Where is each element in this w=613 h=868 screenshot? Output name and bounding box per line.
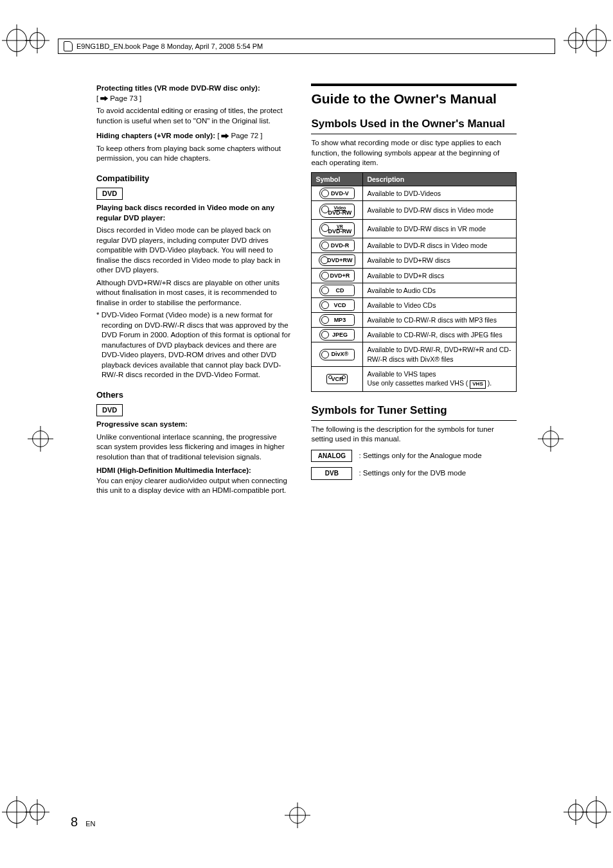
table-row: DVD+RWAvailable to DVD+RW discs bbox=[312, 253, 517, 268]
symbol-cell: DVD+RW bbox=[312, 253, 363, 268]
compat-p1: Discs recorded in Video mode can be play… bbox=[96, 226, 292, 276]
disc-symbol-icon: DVD-V bbox=[319, 188, 355, 199]
description-cell: Available to DVD+RW discs bbox=[363, 253, 517, 268]
symbol-cell: VRDVD-RW bbox=[312, 220, 363, 238]
symbol-cell: MP3 bbox=[312, 313, 363, 328]
symbols-intro: To show what recording mode or disc type… bbox=[311, 138, 517, 168]
tuner-badge: ANALOG bbox=[311, 450, 352, 463]
page-ref: [ Page 72] bbox=[217, 131, 262, 141]
description-cell: Available to DVD-R discs in Video mode bbox=[363, 238, 517, 253]
protect-ref-text: Page 73 bbox=[110, 94, 138, 104]
crop-mark-icon bbox=[568, 29, 607, 67]
page-body: Protecting titles (VR mode DVD-RW disc o… bbox=[96, 84, 517, 817]
disc-symbol-icon: VideoDVD-RW bbox=[319, 204, 355, 218]
disc-symbol-icon: VRDVD-RW bbox=[319, 222, 355, 236]
crop-mark-icon bbox=[568, 801, 607, 839]
tuner-intro: The following is the description for the… bbox=[311, 425, 517, 445]
tuner-badge: DVB bbox=[311, 467, 352, 480]
symbol-cell: JPEG bbox=[312, 328, 363, 342]
crop-mark-icon bbox=[32, 430, 71, 469]
document-header: E9NG1BD_EN.book Page 8 Monday, April 7, … bbox=[58, 39, 555, 54]
protect-body: To avoid accidental editing or erasing o… bbox=[96, 106, 292, 126]
tuner-heading: Symbols for Tuner Setting bbox=[311, 403, 517, 421]
description-cell: Available to CD-RW/-R, discs with JPEG f… bbox=[363, 328, 517, 342]
description-cell: Available to DVD-RW/-R, DVD+RW/+R and CD… bbox=[363, 342, 517, 366]
table-row: VideoDVD-RWAvailable to DVD-RW discs in … bbox=[312, 201, 517, 220]
th-description: Description bbox=[363, 172, 517, 186]
right-column: Guide to the Owner's Manual Symbols Used… bbox=[311, 84, 517, 817]
compat-subtitle: Playing back discs recorded in Video mod… bbox=[96, 203, 292, 223]
tuner-text: : Settings only for the DVB mode bbox=[359, 468, 466, 479]
symbol-cell: DVD+R bbox=[312, 268, 363, 283]
symbol-cell: VideoDVD-RW bbox=[312, 201, 363, 220]
header-text: E9NG1BD_EN.book Page 8 Monday, April 7, … bbox=[76, 42, 263, 50]
prog-title: Progressive scan system: bbox=[96, 420, 292, 430]
compat-note: * DVD-Video Format (Video mode) is a new… bbox=[96, 310, 292, 380]
description-cell: Available to Video CDs bbox=[363, 297, 517, 312]
page-number: 8 bbox=[71, 815, 78, 829]
table-row: MP3Available to CD-RW/-R discs with MP3 … bbox=[312, 313, 517, 328]
disc-symbol-icon: JPEG bbox=[319, 329, 355, 341]
table-row: VCDAvailable to Video CDs bbox=[312, 297, 517, 312]
description-cell: Available to DVD-RW discs in VR mode bbox=[363, 220, 517, 238]
disc-symbol-icon: CD bbox=[319, 285, 355, 296]
symbol-cell: DivX® bbox=[312, 342, 363, 366]
description-cell: Available to DVD+R discs bbox=[363, 268, 517, 283]
hiding-ref-text: Page 72 bbox=[231, 131, 258, 141]
protect-title: Protecting titles (VR mode DVD-RW disc o… bbox=[96, 84, 292, 103]
symbol-cell: DVD-V bbox=[312, 186, 363, 201]
hiding-body: To keep others from playing back some ch… bbox=[96, 144, 292, 164]
disc-symbol-icon: DivX® bbox=[319, 349, 355, 360]
table-row: DVD-VAvailable to DVD-Videos bbox=[312, 186, 517, 201]
page-footer: 8 EN bbox=[71, 815, 95, 829]
hdmi-body-text: You can enjoy clearer audio/video output… bbox=[96, 477, 287, 495]
page-lang: EN bbox=[85, 820, 95, 828]
table-row: DVD+RAvailable to DVD+R discs bbox=[312, 268, 517, 283]
hdmi-block: HDMI (High-Definition Multimedia Interfa… bbox=[96, 466, 292, 496]
symbols-table: Symbol Description DVD-VAvailable to DVD… bbox=[311, 172, 517, 392]
table-row: DivX®Available to DVD-RW/-R, DVD+RW/+R a… bbox=[312, 342, 517, 366]
arrow-icon bbox=[221, 134, 229, 139]
compatibility-heading: Compatibility bbox=[96, 173, 292, 184]
description-cell: Available to VHS tapesUse only cassettes… bbox=[363, 366, 517, 391]
dvd-badge: DVD bbox=[96, 404, 123, 416]
crop-mark-icon bbox=[6, 801, 45, 839]
tuner-row: ANALOG: Settings only for the Analogue m… bbox=[311, 450, 517, 463]
th-symbol: Symbol bbox=[312, 172, 363, 186]
symbol-cell: CD bbox=[312, 283, 363, 297]
protect-title-label: Protecting titles (VR mode DVD-RW disc o… bbox=[96, 84, 260, 92]
table-row: DVD-RAvailable to DVD-R discs in Video m… bbox=[312, 238, 517, 253]
disc-symbol-icon: MP3 bbox=[319, 314, 355, 326]
table-row: VRDVD-RWAvailable to DVD-RW discs in VR … bbox=[312, 220, 517, 238]
crop-mark-icon bbox=[542, 430, 581, 469]
prog-body: Unlike conventional interlace scanning, … bbox=[96, 432, 292, 463]
tuner-row: DVB: Settings only for the DVB mode bbox=[311, 467, 517, 480]
arrow-icon bbox=[100, 96, 108, 101]
table-row: VCRAvailable to VHS tapesUse only casset… bbox=[312, 366, 517, 391]
table-row: CDAvailable to Audio CDs bbox=[312, 283, 517, 297]
symbols-heading: Symbols Used in the Owner's Manual bbox=[311, 117, 517, 134]
disc-symbol-icon: DVD+RW bbox=[319, 254, 355, 266]
description-cell: Available to Audio CDs bbox=[363, 283, 517, 297]
others-heading: Others bbox=[96, 389, 292, 401]
crop-mark-icon bbox=[6, 29, 45, 67]
table-row: JPEGAvailable to CD-RW/-R, discs with JP… bbox=[312, 328, 517, 342]
hiding-title-label: Hiding chapters (+VR mode only): bbox=[96, 132, 215, 139]
guide-heading: Guide to the Owner's Manual bbox=[311, 84, 517, 108]
description-cell: Available to DVD-Videos bbox=[363, 186, 517, 201]
page-icon bbox=[64, 41, 73, 51]
description-cell: Available to CD-RW/-R discs with MP3 fil… bbox=[363, 313, 517, 328]
tuner-text: : Settings only for the Analogue mode bbox=[359, 451, 481, 461]
symbol-cell: VCR bbox=[312, 366, 363, 391]
disc-symbol-icon: DVD-R bbox=[319, 240, 355, 251]
hiding-line: Hiding chapters (+VR mode only): [ Page … bbox=[96, 131, 292, 141]
dvd-badge: DVD bbox=[96, 188, 123, 200]
left-column: Protecting titles (VR mode DVD-RW disc o… bbox=[96, 84, 292, 817]
compat-p2: Although DVD+RW/+R discs are playable on… bbox=[96, 278, 292, 308]
disc-symbol-icon: VCD bbox=[319, 299, 355, 311]
disc-symbol-icon: DVD+R bbox=[319, 270, 355, 281]
vcr-symbol-icon: VCR bbox=[326, 374, 348, 384]
vhs-box-icon: VHS bbox=[470, 380, 485, 389]
page-ref: [ Page 73] bbox=[96, 94, 141, 104]
hdmi-title-label: HDMI (High-Definition Multimedia Interfa… bbox=[96, 466, 251, 474]
